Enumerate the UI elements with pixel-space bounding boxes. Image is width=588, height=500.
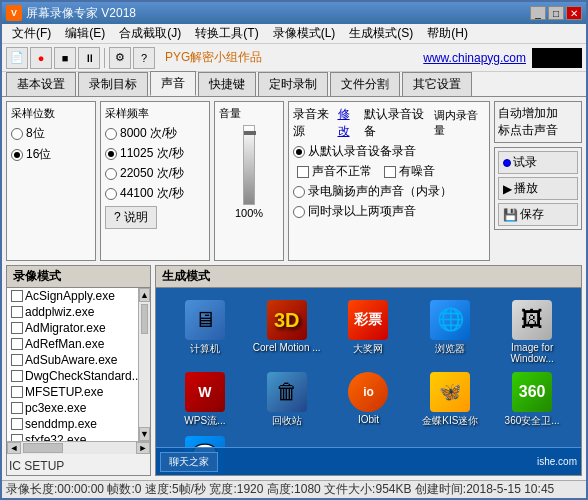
icon-recycle[interactable]: 🗑 回收站 bbox=[246, 368, 328, 432]
toolbar-url[interactable]: www.chinapyg.com bbox=[423, 51, 526, 65]
toolbar-record[interactable]: ● bbox=[30, 47, 52, 69]
freq-22050-radio[interactable] bbox=[105, 168, 117, 180]
file-name-8: senddmp.exe bbox=[25, 417, 97, 431]
bits-8-radio[interactable] bbox=[11, 128, 23, 140]
file-item-5[interactable]: DwgCheckStandard... bbox=[7, 368, 138, 384]
hscroll-thumb[interactable] bbox=[23, 443, 63, 453]
file-item-6[interactable]: MFSETUP.exe bbox=[7, 384, 138, 400]
freq-11025-radio[interactable] bbox=[105, 148, 117, 160]
toolbar-stop[interactable]: ■ bbox=[54, 47, 76, 69]
scroll-thumb[interactable] bbox=[141, 304, 148, 334]
freq-8000-radio[interactable] bbox=[105, 128, 117, 140]
recycle-icon-img: 🗑 bbox=[267, 372, 307, 412]
sound-normal-check[interactable] bbox=[297, 166, 309, 178]
scroll-up-btn[interactable]: ▲ bbox=[139, 288, 150, 302]
file-check-2[interactable] bbox=[11, 322, 23, 334]
file-check-8[interactable] bbox=[11, 418, 23, 430]
minimize-button[interactable]: _ bbox=[530, 6, 546, 20]
icon-iobit[interactable]: io IObit bbox=[328, 368, 410, 432]
file-check-7[interactable] bbox=[11, 402, 23, 414]
freq-44100-label: 44100 次/秒 bbox=[120, 185, 184, 202]
file-check-6[interactable] bbox=[11, 386, 23, 398]
trial-icon bbox=[503, 159, 511, 167]
toolbar-pause[interactable]: ⏸ bbox=[78, 47, 100, 69]
menu-bar: 文件(F) 编辑(E) 合成截取(J) 转换工具(T) 录像模式(L) 生成模式… bbox=[2, 24, 586, 44]
menu-edit[interactable]: 编辑(E) bbox=[59, 23, 111, 44]
tab-sound[interactable]: 声音 bbox=[150, 71, 196, 96]
source-radio-0[interactable] bbox=[293, 146, 305, 158]
source-option-2[interactable]: 同时录以上两项声音 bbox=[293, 203, 485, 220]
tab-other[interactable]: 其它设置 bbox=[402, 72, 472, 96]
close-button[interactable]: ✕ bbox=[566, 6, 582, 20]
save-button[interactable]: 💾 保存 bbox=[498, 203, 578, 226]
tab-basic[interactable]: 基本设置 bbox=[6, 72, 76, 96]
file-item-9[interactable]: sfxfe32.exe bbox=[7, 432, 138, 441]
file-item-0[interactable]: AcSignApply.exe bbox=[7, 288, 138, 304]
menu-convert[interactable]: 转换工具(T) bbox=[189, 23, 264, 44]
file-check-5[interactable] bbox=[11, 370, 23, 382]
sound-noise-check[interactable] bbox=[384, 166, 396, 178]
file-item-2[interactable]: AdMigrator.exe bbox=[7, 320, 138, 336]
bits-16-radio[interactable] bbox=[11, 149, 23, 161]
source-radio-2[interactable] bbox=[293, 206, 305, 218]
icon-imagew[interactable]: 🖼 Image for Window... bbox=[491, 296, 573, 368]
freq-22050-item[interactable]: 22050 次/秒 bbox=[105, 165, 205, 182]
scroll-down-btn[interactable]: ▼ bbox=[139, 427, 150, 441]
taskbar-item[interactable]: 聊天之家 bbox=[160, 452, 218, 472]
icon-wps[interactable]: W WPS流... bbox=[164, 368, 246, 432]
file-item-3[interactable]: AdRefMan.exe bbox=[7, 336, 138, 352]
toolbar-info[interactable]: ? bbox=[133, 47, 155, 69]
menu-file[interactable]: 文件(F) bbox=[6, 23, 57, 44]
modify-link[interactable]: 修改 bbox=[338, 106, 360, 140]
file-check-1[interactable] bbox=[11, 306, 23, 318]
freq-44100-radio[interactable] bbox=[105, 188, 117, 200]
file-name-7: pc3exe.exe bbox=[25, 401, 86, 415]
play-button[interactable]: ▶ 播放 bbox=[498, 177, 578, 200]
hscroll-left-btn[interactable]: ◄ bbox=[7, 442, 21, 454]
360-icon-label: 360安全卫... bbox=[505, 414, 560, 428]
explain-button[interactable]: ? 说明 bbox=[105, 206, 157, 229]
volume-knob[interactable] bbox=[244, 131, 256, 135]
icon-360[interactable]: 360 360安全卫... bbox=[491, 368, 573, 432]
menu-capture[interactable]: 合成截取(J) bbox=[113, 23, 187, 44]
file-check-4[interactable] bbox=[11, 354, 23, 366]
menu-generate-mode[interactable]: 生成模式(S) bbox=[343, 23, 419, 44]
icon-calc[interactable]: 🖥 计算机 bbox=[164, 296, 246, 368]
icon-browser[interactable]: 🌐 浏览器 bbox=[409, 296, 491, 368]
top-panels: 采样位数 8位 16位 采样频率 bbox=[6, 101, 582, 261]
tab-record-target[interactable]: 录制目标 bbox=[78, 72, 148, 96]
browser-icon-img: 🌐 bbox=[430, 300, 470, 340]
tab-shortcuts[interactable]: 快捷键 bbox=[198, 72, 256, 96]
toolbar-new[interactable]: 📄 bbox=[6, 47, 28, 69]
freq-44100-item[interactable]: 44100 次/秒 bbox=[105, 185, 205, 202]
icon-lottery[interactable]: 彩票 大奖网 bbox=[328, 296, 410, 368]
maximize-button[interactable]: □ bbox=[548, 6, 564, 20]
file-item-4[interactable]: AdSubAware.exe bbox=[7, 352, 138, 368]
hscroll-right-btn[interactable]: ► bbox=[136, 442, 150, 454]
source-option-0[interactable]: 从默认录音设备录音 bbox=[293, 143, 485, 160]
bits-16-item[interactable]: 16位 bbox=[11, 146, 91, 163]
source-radio-1[interactable] bbox=[293, 186, 305, 198]
file-item-1[interactable]: addplwiz.exe bbox=[7, 304, 138, 320]
scroll-track[interactable] bbox=[139, 302, 150, 427]
file-check-9[interactable] bbox=[11, 434, 23, 441]
tab-split[interactable]: 文件分割 bbox=[330, 72, 400, 96]
hscroll-track[interactable] bbox=[21, 442, 136, 454]
tab-timer[interactable]: 定时录制 bbox=[258, 72, 328, 96]
freq-8000-item[interactable]: 8000 次/秒 bbox=[105, 125, 205, 142]
file-check-0[interactable] bbox=[11, 290, 23, 302]
volume-slider[interactable] bbox=[243, 125, 255, 205]
trial-button[interactable]: 试录 bbox=[498, 151, 578, 174]
file-check-3[interactable] bbox=[11, 338, 23, 350]
file-item-8[interactable]: senddmp.exe bbox=[7, 416, 138, 432]
menu-help[interactable]: 帮助(H) bbox=[421, 23, 474, 44]
icon-jinshu[interactable]: 🦋 金蝶KIS迷你 bbox=[409, 368, 491, 432]
source-option-1[interactable]: 录电脑扬声的声音（内录） bbox=[293, 183, 485, 200]
freq-11025-item[interactable]: 11025 次/秒 bbox=[105, 145, 205, 162]
toolbar-settings[interactable]: ⚙ bbox=[109, 47, 131, 69]
bits-8-item[interactable]: 8位 bbox=[11, 125, 91, 142]
icon-corel[interactable]: 3D Corel Motion ... bbox=[246, 296, 328, 368]
default-device-text: 默认录音设备 bbox=[364, 106, 431, 140]
menu-record-mode[interactable]: 录像模式(L) bbox=[267, 23, 342, 44]
file-item-7[interactable]: pc3exe.exe bbox=[7, 400, 138, 416]
